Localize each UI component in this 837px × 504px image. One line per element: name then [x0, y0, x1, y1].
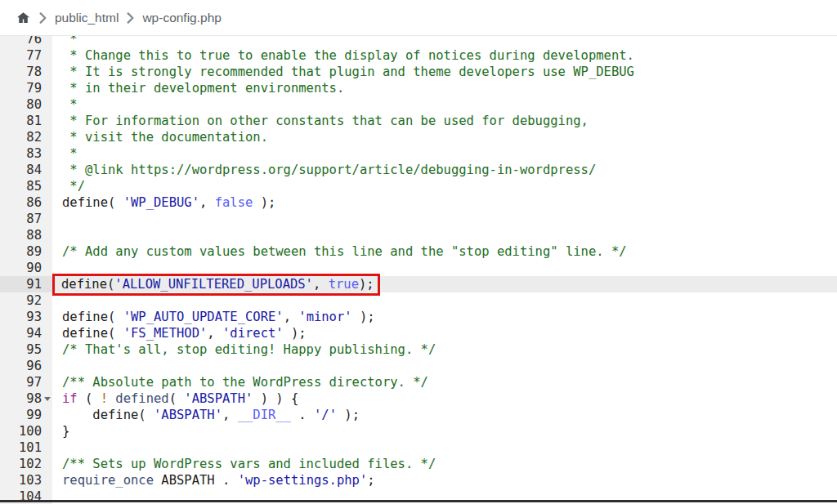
line-number: 76 — [0, 36, 52, 47]
code-text[interactable]: require_once ABSPATH . 'wp-settings.php'… — [52, 472, 837, 488]
code-line[interactable]: 96 — [0, 358, 837, 374]
code-line[interactable]: 80 * — [0, 96, 837, 113]
code-text[interactable]: /** Sets up WordPress vars and included … — [52, 456, 837, 472]
line-number: 98 — [0, 390, 52, 407]
code-line[interactable]: 89/* Add any custom values between this … — [0, 243, 837, 260]
code-line[interactable]: 102/** Sets up WordPress vars and includ… — [0, 456, 837, 472]
line-number: 85 — [0, 178, 52, 194]
code-text[interactable]: * — [52, 36, 837, 47]
code-text[interactable]: define( 'ABSPATH', __DIR__ . '/' ); — [52, 407, 837, 423]
code-text[interactable] — [52, 439, 837, 456]
code-text[interactable]: * For information on other constants tha… — [52, 113, 837, 129]
code-text[interactable]: * in their development environments. — [52, 80, 837, 96]
code-text[interactable]: * — [52, 145, 837, 162]
line-number: 81 — [0, 113, 52, 129]
code-text[interactable]: define( 'FS_METHOD', 'direct' ); — [52, 325, 837, 341]
home-icon[interactable] — [16, 11, 31, 25]
code-line[interactable]: 100} — [0, 423, 837, 439]
line-number: 97 — [0, 374, 52, 390]
code-line[interactable]: 77 * Change this to true to enable the d… — [0, 47, 837, 64]
code-text[interactable]: * visit the documentation. — [52, 129, 837, 145]
code-line[interactable]: 91define('ALLOW_UNFILTERED_UPLOADS', tru… — [0, 276, 837, 292]
code-line[interactable]: 95/* That's all, stop editing! Happy pub… — [0, 341, 837, 358]
code-text[interactable]: /* That's all, stop editing! Happy publi… — [52, 341, 837, 358]
line-number: 79 — [0, 80, 52, 96]
line-number: 84 — [0, 162, 52, 178]
code-text[interactable]: * — [52, 96, 837, 113]
code-line[interactable]: 86define( 'WP_DEBUG', false ); — [0, 194, 837, 211]
window-bottom-edge — [0, 500, 837, 502]
code-line[interactable]: 85 */ — [0, 178, 837, 194]
line-number: 77 — [0, 47, 52, 64]
code-line[interactable]: 94define( 'FS_METHOD', 'direct' ); — [0, 325, 837, 341]
code-text[interactable]: * Change this to true to enable the disp… — [52, 47, 837, 64]
line-number: 88 — [0, 227, 52, 243]
line-number: 89 — [0, 243, 52, 260]
code-editor[interactable]: 76 *77 * Change this to true to enable t… — [0, 36, 837, 504]
line-number: 87 — [0, 211, 52, 227]
code-line[interactable]: 82 * visit the documentation. — [0, 129, 837, 145]
code-text[interactable]: define( 'WP_DEBUG', false ); — [52, 194, 837, 211]
code-text[interactable]: /* Add any custom values between this li… — [52, 243, 837, 260]
chevron-right-icon — [127, 12, 134, 24]
code-line[interactable]: 87 — [0, 211, 837, 227]
code-text[interactable]: if ( ! defined( 'ABSPATH' ) ) { — [52, 390, 837, 407]
code-text[interactable]: define('ALLOW_UNFILTERED_UPLOADS', true)… — [52, 276, 837, 292]
code-line[interactable]: 78 * It is strongly recommended that plu… — [0, 64, 837, 80]
line-number: 78 — [0, 64, 52, 80]
line-number: 94 — [0, 325, 52, 341]
line-number: 93 — [0, 309, 52, 325]
code-text[interactable] — [52, 358, 837, 374]
code-text[interactable]: */ — [52, 178, 837, 194]
code-text[interactable]: * It is strongly recommended that plugin… — [52, 64, 837, 80]
line-number: 91 — [0, 276, 52, 292]
code-text[interactable]: * @link https://wordpress.org/support/ar… — [52, 162, 837, 178]
chevron-right-icon — [39, 12, 47, 24]
breadcrumb: public_html wp-config.php — [0, 0, 837, 36]
code-line[interactable]: 97/** Absolute path to the WordPress dir… — [0, 374, 837, 390]
fold-toggle-icon[interactable] — [44, 397, 51, 401]
code-line[interactable]: 101 — [0, 439, 837, 456]
code-line[interactable]: 103require_once ABSPATH . 'wp-settings.p… — [0, 472, 837, 488]
code-text[interactable] — [52, 227, 837, 243]
line-number: 103 — [0, 472, 52, 488]
code-text[interactable] — [52, 211, 837, 227]
code-text[interactable]: /** Absolute path to the WordPress direc… — [52, 374, 837, 390]
code-line[interactable]: 98if ( ! defined( 'ABSPATH' ) ) { — [0, 390, 837, 407]
line-number: 102 — [0, 456, 52, 472]
line-number: 82 — [0, 129, 52, 145]
code-text[interactable]: } — [52, 423, 837, 439]
code-line[interactable]: 88 — [0, 227, 837, 243]
line-number: 100 — [0, 423, 52, 439]
code-line[interactable]: 99 define( 'ABSPATH', __DIR__ . '/' ); — [0, 407, 837, 423]
line-number: 83 — [0, 145, 52, 162]
highlight-box: define('ALLOW_UNFILTERED_UPLOADS', true)… — [52, 274, 380, 296]
line-number: 101 — [0, 439, 52, 456]
code-line[interactable]: 76 * — [0, 36, 837, 47]
line-number: 96 — [0, 358, 52, 374]
line-number: 90 — [0, 260, 52, 276]
code-line[interactable]: 83 * — [0, 145, 837, 162]
breadcrumb-folder[interactable]: public_html — [55, 11, 119, 25]
line-number: 80 — [0, 96, 52, 113]
code-rows: 76 *77 * Change this to true to enable t… — [0, 36, 837, 504]
code-line[interactable]: 79 * in their development environments. — [0, 80, 837, 96]
breadcrumb-file[interactable]: wp-config.php — [142, 11, 222, 25]
code-line[interactable]: 81 * For information on other constants … — [0, 113, 837, 129]
code-line[interactable]: 84 * @link https://wordpress.org/support… — [0, 162, 837, 178]
code-text[interactable]: define( 'WP_AUTO_UPDATE_CORE', 'minor' )… — [52, 309, 837, 325]
line-number: 95 — [0, 341, 52, 358]
line-number: 92 — [0, 292, 52, 309]
code-line[interactable]: 93define( 'WP_AUTO_UPDATE_CORE', 'minor'… — [0, 309, 837, 325]
line-number: 99 — [0, 407, 52, 423]
line-number: 86 — [0, 194, 52, 211]
